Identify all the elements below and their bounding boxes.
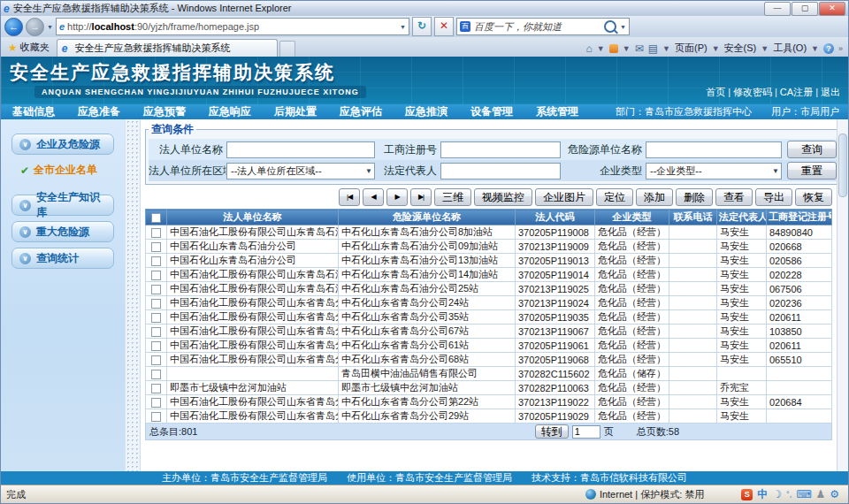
top-link-0[interactable]: 首页 (706, 87, 725, 97)
prev-page-button[interactable]: ◀ (363, 188, 384, 206)
page-menu[interactable]: 页面(P) (675, 42, 708, 55)
row-checkbox[interactable] (151, 384, 161, 393)
search-box[interactable]: 百 百度一下，你就知道 ▼ (456, 18, 630, 35)
row-checkbox[interactable] (151, 341, 161, 351)
home-icon[interactable]: ⌂ (586, 42, 593, 55)
minimize-button[interactable]: — (764, 2, 791, 16)
row-checkbox[interactable] (151, 299, 161, 309)
menu-item-2[interactable]: 应急预警 (132, 104, 197, 119)
person-icon[interactable]: ♟ (815, 488, 825, 500)
menu-item-0[interactable]: 基础信息 (1, 104, 66, 119)
refresh-button[interactable]: ↻ (412, 17, 432, 36)
search-input[interactable]: 百度一下，你就知道 (474, 20, 600, 34)
sidebar-group-enterprise-hazard[interactable]: ∨ 企业及危险源 (11, 134, 114, 155)
address-bar[interactable]: e http://localhost:90/yjzh/frame/homepag… (56, 18, 409, 35)
toolbar-button-0[interactable]: 三维 (434, 188, 471, 206)
hazard-name-input[interactable] (646, 141, 782, 158)
table-row[interactable]: 中国石油化工股份有限公司山东省青岛分公司中石化山东省青岛分公司67站370213… (146, 325, 832, 339)
content-scrollbar[interactable] (837, 119, 848, 471)
rss-dropdown-icon[interactable]: ▼ (623, 44, 631, 53)
url-dropdown-icon[interactable]: ▼ (400, 24, 406, 30)
table-row[interactable]: 中国石油化工股份有限公司山东省青岛分公司中石化山东省青岛分公司29站370205… (146, 409, 832, 424)
table-row[interactable]: 中国石化山东青岛石油分公司中石化山东青岛石油分公司09加油站370213P119… (146, 240, 832, 254)
menu-item-7[interactable]: 设备管理 (459, 104, 524, 119)
active-tab[interactable]: e 安全生产应急救援指挥辅助决策系统 (57, 39, 278, 57)
menu-item-6[interactable]: 应急推演 (394, 104, 459, 119)
row-checkbox[interactable] (151, 271, 161, 280)
chinese-mode-icon[interactable]: 中 (757, 487, 768, 502)
row-checkbox[interactable] (151, 285, 161, 294)
table-row[interactable]: 中国石油化工股份有限公司山东省青岛分公司中石化山东省青岛分公司24站370213… (146, 296, 832, 310)
home-dropdown-icon[interactable]: ▼ (597, 44, 605, 53)
back-button[interactable]: ← (4, 18, 23, 36)
first-page-button[interactable]: |◀ (339, 188, 360, 206)
row-checkbox[interactable] (151, 228, 161, 238)
new-tab-button[interactable] (279, 41, 295, 57)
table-row[interactable]: 中国石油化工股份有限公司山东省青岛分公司中石化山东省青岛分公司61站370205… (146, 339, 832, 353)
legal-person-input[interactable] (440, 163, 561, 179)
sidebar-group-major-hazard[interactable]: ∨ 重大危险源 (11, 221, 114, 242)
overflow-icon[interactable]: » (838, 44, 843, 53)
top-link-2[interactable]: CA注册 (780, 87, 813, 97)
table-row[interactable]: 青岛田横中油油品销售有限公司370282C115602危化品（储存） (146, 367, 832, 381)
table-row[interactable]: 中国石油化工股份有限公司山东青岛石油分公司中石化山东青岛石油分公司25站3702… (146, 282, 832, 296)
sidebar-splitter[interactable] (125, 119, 141, 471)
settings-wrench-icon[interactable]: ⚙ (830, 488, 839, 500)
moon-icon[interactable]: ☽ (772, 488, 782, 500)
row-checkbox[interactable] (151, 370, 161, 379)
last-page-button[interactable]: ▶| (410, 188, 432, 206)
toolbar-button-6[interactable]: 查看 (715, 188, 753, 206)
reg-no-input[interactable] (440, 141, 561, 158)
select-all-checkbox[interactable] (151, 213, 161, 223)
mail-icon[interactable]: ✉ (635, 42, 644, 55)
row-checkbox[interactable] (151, 313, 161, 323)
row-checkbox[interactable] (151, 256, 161, 266)
sidebar-group-query-statistics[interactable]: ∨ 查询统计 (11, 248, 114, 269)
safety-menu[interactable]: 安全(S) (724, 42, 757, 55)
toolbar-button-5[interactable]: 删除 (676, 188, 713, 206)
rss-icon[interactable] (609, 44, 618, 53)
scrollbar-thumb[interactable] (838, 134, 847, 197)
stop-button[interactable]: ✕ (434, 17, 454, 36)
tools-menu-caret-icon[interactable]: ▼ (811, 44, 819, 53)
reset-button[interactable]: 重置 (787, 162, 837, 179)
toolbar-button-3[interactable]: 定位 (596, 188, 633, 206)
corp-name-input[interactable] (226, 141, 375, 158)
menu-item-5[interactable]: 应急评估 (328, 104, 394, 119)
goto-button[interactable]: 转到 (535, 424, 569, 439)
favorites-button[interactable]: ★ 收藏夹 (3, 39, 57, 57)
region-select[interactable]: --法人单位所在区域--▼ (226, 163, 375, 179)
top-link-1[interactable]: 修改密码 (733, 87, 772, 97)
soft-keyboard-icon[interactable]: ⌨ (796, 488, 811, 500)
search-button[interactable]: 查询 (787, 141, 837, 158)
toolbar-button-8[interactable]: 恢复 (795, 188, 832, 206)
menu-item-3[interactable]: 应急响应 (197, 104, 263, 119)
corp-type-select[interactable]: --企业类型--▼ (646, 163, 782, 179)
toolbar-button-1[interactable]: 视频监控 (474, 188, 532, 206)
toolbar-button-7[interactable]: 导出 (755, 188, 792, 206)
page-number-input[interactable] (572, 425, 600, 439)
table-row[interactable]: 中国石油化工股份有限公司山东省青岛分公司中石化山东省青岛分公司第22站37021… (146, 395, 832, 409)
sidebar-group-safety-knowledge[interactable]: ∨ 安全生产知识库 (11, 195, 114, 216)
row-checkbox[interactable] (151, 242, 161, 252)
search-icon[interactable] (604, 20, 616, 33)
maximize-button[interactable]: ▢ (792, 2, 818, 16)
tools-menu[interactable]: 工具(O) (773, 42, 807, 55)
toolbar-button-4[interactable]: 添加 (636, 188, 673, 206)
row-checkbox[interactable] (151, 355, 161, 365)
row-checkbox[interactable] (151, 398, 161, 408)
table-row[interactable]: 中国石油化工股份有限公司山东省青岛分公司中石化山东省青岛分公司68站370205… (146, 353, 832, 367)
safety-menu-caret-icon[interactable]: ▼ (761, 44, 769, 53)
page-menu-caret-icon[interactable]: ▼ (712, 44, 720, 53)
history-dropdown-icon[interactable]: ▼ (47, 24, 53, 30)
url-text[interactable]: http://localhost:90/yjzh/frame/homepage.… (67, 21, 259, 32)
menu-item-4[interactable]: 后期处置 (263, 104, 328, 119)
print-dropdown-icon[interactable]: ▼ (662, 44, 670, 53)
help-icon[interactable]: ? (823, 43, 834, 54)
row-checkbox[interactable] (151, 327, 161, 337)
sidebar-item-citywide-enterprise-list[interactable]: ✔ 全市企业名单 (1, 160, 125, 180)
top-link-3[interactable]: 退出 (821, 87, 840, 97)
close-button[interactable]: ✕ (819, 2, 845, 16)
forward-button[interactable]: → (26, 18, 44, 36)
menu-item-8[interactable]: 系统管理 (524, 104, 590, 119)
